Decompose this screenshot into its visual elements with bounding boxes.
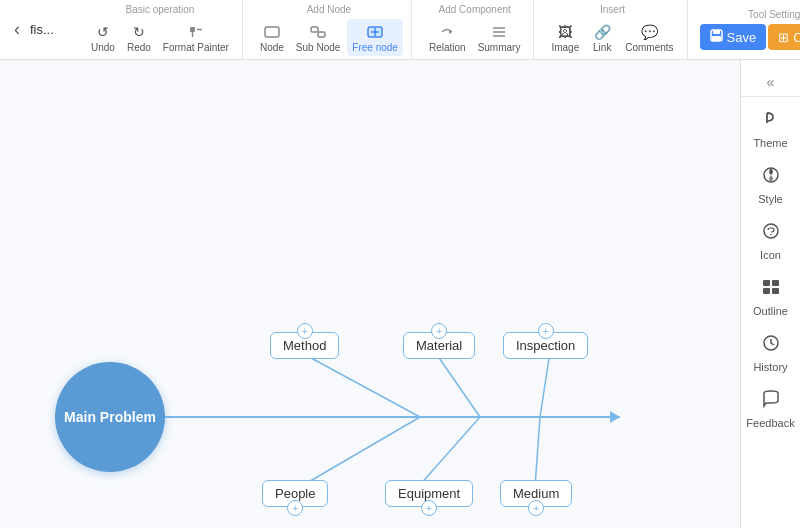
medium-plus-bottom[interactable]: + — [528, 500, 544, 516]
svg-line-26 — [540, 352, 550, 417]
summary-icon — [491, 22, 507, 42]
free-node-button[interactable]: Free node — [347, 19, 403, 56]
collapse-label: Collapse — [793, 30, 800, 45]
summary-label: Summary — [478, 42, 521, 53]
summary-button[interactable]: Summary — [473, 19, 526, 56]
sidebar-item-style[interactable]: Style — [741, 157, 800, 213]
tool-settings-buttons: Save ⊞ Collapse — [700, 24, 800, 50]
svg-marker-30 — [610, 411, 620, 423]
svg-line-27 — [300, 417, 420, 487]
material-plus-top[interactable]: + — [431, 323, 447, 339]
inspection-label: Inspection — [516, 338, 575, 353]
node-button[interactable]: Node — [255, 19, 289, 56]
free-node-icon — [367, 22, 383, 42]
svg-point-33 — [770, 234, 772, 236]
method-label: Method — [283, 338, 326, 353]
svg-rect-3 — [265, 27, 279, 37]
group-label-basic: Basic operation — [126, 4, 195, 15]
toolbar: ‹ fis... Basic operation ↺ Undo ↻ Redo F… — [0, 0, 800, 60]
theme-icon — [761, 109, 781, 134]
icon-panel-icon — [761, 221, 781, 246]
inspection-plus-top[interactable]: + — [538, 323, 554, 339]
group-label-add-node: Add Node — [307, 4, 351, 15]
node-icon — [264, 22, 280, 42]
undo-button[interactable]: ↺ Undo — [86, 19, 120, 56]
svg-rect-36 — [763, 288, 770, 294]
sidebar-item-theme[interactable]: Theme — [741, 101, 800, 157]
relation-button[interactable]: Relation — [424, 19, 471, 56]
svg-rect-14 — [713, 30, 720, 34]
group-label-tool-settings: Tool Settings — [748, 9, 800, 20]
save-icon — [710, 29, 723, 45]
right-sidebar: « Theme Style Icon Outline — [740, 60, 800, 528]
sidebar-item-outline[interactable]: Outline — [741, 269, 800, 325]
toolbar-group-add-component: Add Component Relation Summary — [416, 0, 535, 59]
back-button[interactable]: ‹ — [8, 15, 26, 44]
node-method[interactable]: + Method — [270, 332, 339, 359]
relation-label: Relation — [429, 42, 466, 53]
toolbar-group-add-node: Add Node Node Sub Node Free node — [247, 0, 412, 59]
node-people[interactable]: People + — [262, 480, 328, 507]
toolbar-group-tool-settings: Tool Settings Save ⊞ Collapse — [692, 0, 800, 59]
sub-node-button[interactable]: Sub Node — [291, 19, 345, 56]
material-label: Material — [416, 338, 462, 353]
comments-icon: 💬 — [641, 22, 658, 42]
format-painter-button[interactable]: Format Painter — [158, 19, 234, 56]
node-medium[interactable]: Medium + — [500, 480, 572, 507]
theme-label: Theme — [753, 137, 787, 149]
redo-button[interactable]: ↻ Redo — [122, 19, 156, 56]
method-plus-top[interactable]: + — [297, 323, 313, 339]
basic-op-buttons: ↺ Undo ↻ Redo Format Painter — [86, 19, 234, 56]
sidebar-item-icon[interactable]: Icon — [741, 213, 800, 269]
collapse-icon: ⊞ — [778, 30, 789, 45]
svg-rect-34 — [763, 280, 770, 286]
svg-rect-0 — [190, 27, 195, 32]
link-button[interactable]: 🔗 Link — [586, 19, 618, 56]
medium-label: Medium — [513, 486, 559, 501]
save-button[interactable]: Save — [700, 24, 767, 50]
history-label: History — [753, 361, 787, 373]
redo-icon: ↻ — [133, 22, 145, 42]
svg-rect-37 — [772, 288, 779, 294]
feedback-icon — [761, 389, 781, 414]
svg-rect-5 — [318, 32, 325, 37]
link-icon: 🔗 — [594, 22, 611, 42]
icon-panel-label: Icon — [760, 249, 781, 261]
document-title: fis... — [30, 22, 66, 37]
relation-icon — [439, 22, 455, 42]
collapse-button[interactable]: ⊞ Collapse — [768, 24, 800, 50]
svg-line-28 — [418, 417, 480, 487]
feedback-label: Feedback — [746, 417, 794, 429]
people-label: People — [275, 486, 315, 501]
comments-button[interactable]: 💬 Comments — [620, 19, 678, 56]
node-equipment[interactable]: Equipment + — [385, 480, 473, 507]
node-inspection[interactable]: + Inspection — [503, 332, 588, 359]
format-painter-icon — [189, 22, 203, 42]
svg-rect-15 — [712, 36, 721, 41]
people-plus-bottom[interactable]: + — [287, 500, 303, 516]
style-icon — [761, 165, 781, 190]
sub-node-label: Sub Node — [296, 42, 340, 53]
undo-icon: ↺ — [97, 22, 109, 42]
canvas[interactable]: Main Problem + Method + Material + Inspe… — [0, 60, 740, 528]
svg-line-25 — [435, 352, 480, 417]
group-label-insert: Insert — [600, 4, 625, 15]
sidebar-item-history[interactable]: History — [741, 325, 800, 381]
insert-buttons: 🖼 Image 🔗 Link 💬 Comments — [546, 19, 678, 56]
sidebar-item-feedback[interactable]: Feedback — [741, 381, 800, 437]
sub-node-icon — [310, 22, 326, 42]
image-button[interactable]: 🖼 Image — [546, 19, 584, 56]
outline-icon — [761, 277, 781, 302]
free-node-label: Free node — [352, 42, 398, 53]
equipment-plus-bottom[interactable]: + — [421, 500, 437, 516]
node-material[interactable]: + Material — [403, 332, 475, 359]
sidebar-collapse-button[interactable]: « — [741, 68, 800, 97]
comments-label: Comments — [625, 42, 673, 53]
add-node-buttons: Node Sub Node Free node — [255, 19, 403, 56]
outline-label: Outline — [753, 305, 788, 317]
redo-label: Redo — [127, 42, 151, 53]
image-label: Image — [551, 42, 579, 53]
format-painter-label: Format Painter — [163, 42, 229, 53]
style-label: Style — [758, 193, 782, 205]
main-problem-node[interactable]: Main Problem — [55, 362, 165, 472]
